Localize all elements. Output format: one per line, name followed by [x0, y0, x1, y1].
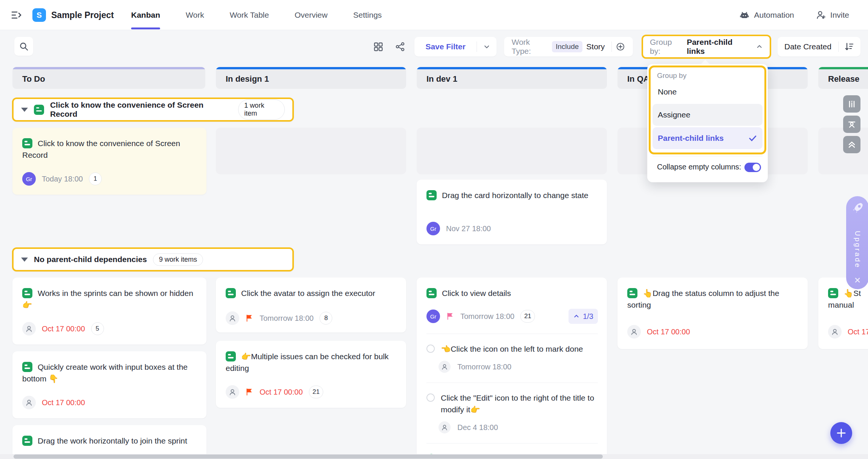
- assignee-placeholder-icon[interactable]: [828, 325, 842, 339]
- priority-flag-icon: [245, 314, 254, 322]
- tab-work-table[interactable]: Work Table: [230, 0, 269, 30]
- tab-overview[interactable]: Overview: [295, 0, 328, 30]
- save-filter-button[interactable]: Save Filter: [414, 37, 497, 56]
- chevron-down-icon: [483, 43, 491, 50]
- upgrade-label: Upgrade: [853, 231, 862, 269]
- nav-tabs: Kanban Work Work Table Overview Settings: [131, 0, 382, 30]
- tab-work[interactable]: Work: [186, 0, 204, 30]
- assignee-placeholder-icon[interactable]: [226, 311, 239, 325]
- group-header-screen-record[interactable]: Click to know the convenience of Screen …: [12, 98, 294, 122]
- chevron-up-icon: [756, 43, 763, 50]
- board-view-icon[interactable]: [373, 41, 384, 52]
- column-header-todo[interactable]: To Do: [12, 67, 205, 89]
- add-filter-icon[interactable]: [616, 41, 625, 52]
- card-meta: Oct 17 00:00 5: [22, 322, 104, 335]
- assignee-placeholder-icon[interactable]: [22, 396, 36, 409]
- card-works-sprints[interactable]: Works in the sprints can be shown or hid…: [12, 278, 206, 345]
- card-meta: Gr Nov 27 18:00: [426, 222, 491, 235]
- figure-icon: [847, 119, 857, 129]
- avatar[interactable]: Gr: [426, 222, 440, 235]
- work-type-label: Work Type:: [512, 38, 548, 56]
- card-drag-status[interactable]: 👆Drag the status column to adjust the so…: [617, 278, 808, 349]
- due-date: Tomorrow 18:00: [260, 314, 313, 323]
- subtask-title: 👈Click the icon on the left to mark done: [441, 343, 583, 355]
- divider: [611, 41, 612, 52]
- search-button[interactable]: [14, 37, 33, 56]
- card-view-details[interactable]: Click to view details Gr Tomorrow 18:00 …: [417, 278, 607, 459]
- group-by-option-parent-child[interactable]: Parent-child links: [653, 127, 763, 149]
- card-drag-horizontally[interactable]: Drag the card horizontally to change sta…: [417, 180, 607, 244]
- card-click-avatar[interactable]: Click the avatar to assign the executor …: [216, 278, 406, 332]
- dropdown-title: Group by: [657, 72, 686, 80]
- collapse-all-button[interactable]: [843, 136, 860, 153]
- collapse-empty-columns-label: Collapse empty columns:: [657, 163, 741, 171]
- sidebar-collapse-icon[interactable]: [11, 9, 23, 21]
- story-icon: [22, 138, 32, 148]
- card-meta: Gr Tomorrow 18:00 21 1/3: [426, 309, 598, 324]
- save-filter-dropdown[interactable]: [477, 43, 497, 50]
- column-name: In QA: [627, 69, 649, 89]
- card-screen-record[interactable]: Click to know the convenience of Screen …: [12, 128, 206, 195]
- collapse-caret-icon[interactable]: [21, 108, 28, 112]
- project-logo[interactable]: S: [32, 8, 46, 22]
- column-settings-button[interactable]: [843, 95, 860, 113]
- option-label: Parent-child links: [658, 134, 724, 143]
- tab-settings[interactable]: Settings: [353, 0, 382, 30]
- story-icon: [22, 436, 32, 446]
- assignee-placeholder-icon[interactable]: [439, 421, 451, 433]
- sort-button[interactable]: Date Created: [778, 37, 860, 56]
- assignee-placeholder-icon[interactable]: [627, 325, 641, 339]
- sort-descending-icon[interactable]: [844, 42, 854, 52]
- group-header-no-dependencies[interactable]: No parent-child dependencies 9 work item…: [12, 247, 294, 271]
- group-by-dropdown: Group by None Assignee Parent-child link…: [647, 64, 768, 182]
- card-title: Click to know the convenience of Screen …: [22, 137, 197, 161]
- column-name: In dev 1: [426, 69, 457, 89]
- assignee-placeholder-icon[interactable]: [22, 322, 36, 335]
- column-header-in-design[interactable]: In design 1: [216, 67, 406, 89]
- column-header-in-dev[interactable]: In dev 1: [417, 67, 607, 89]
- add-work-fab[interactable]: [830, 422, 852, 444]
- automation-label: Automation: [754, 11, 794, 20]
- due-date: Oct 17 00:00: [848, 328, 868, 336]
- automation-button[interactable]: Automation: [739, 10, 794, 20]
- subtask-meta: Dec 4 18:00: [439, 421, 598, 433]
- subtask-progress-toggle[interactable]: 1/3: [568, 309, 598, 324]
- close-icon[interactable]: ✕: [854, 276, 861, 285]
- subtask-row[interactable]: 👈Click the icon on the left to mark done: [426, 343, 598, 355]
- rocket-icon: [850, 201, 865, 216]
- card-title: Click to view details: [426, 287, 598, 299]
- due-date: Oct 17 00:00: [42, 398, 85, 407]
- upgrade-ribbon[interactable]: Upgrade ✕: [846, 196, 868, 289]
- invite-button[interactable]: Invite: [816, 10, 849, 20]
- work-type-value: Story: [586, 42, 605, 51]
- collapse-caret-icon[interactable]: [21, 258, 28, 262]
- hide-completed-button[interactable]: [843, 116, 860, 133]
- collapse-empty-columns-toggle[interactable]: [744, 163, 761, 172]
- card-multiple-issues[interactable]: 👉Multiple issues can be checked for bulk…: [216, 341, 406, 408]
- divider: [838, 41, 839, 52]
- tab-kanban[interactable]: Kanban: [131, 0, 160, 30]
- mark-done-radio[interactable]: [426, 345, 435, 353]
- group-by-option-assignee[interactable]: Assignee: [653, 104, 763, 126]
- card-title: Quickly create work with input boxes at …: [22, 361, 197, 384]
- group-by-option-none[interactable]: None: [653, 84, 763, 100]
- mark-done-radio[interactable]: [426, 393, 435, 402]
- invite-label: Invite: [830, 11, 849, 20]
- kanban-app: S Sample Project Kanban Work Work Table …: [0, 0, 868, 459]
- horizontal-scrollbar-thumb[interactable]: [14, 454, 603, 459]
- avatar[interactable]: Gr: [22, 172, 36, 186]
- count-badge: 5: [91, 322, 104, 335]
- assignee-placeholder-icon[interactable]: [226, 385, 239, 399]
- card-quick-create[interactable]: Quickly create work with input boxes at …: [12, 351, 206, 418]
- column-header-release[interactable]: Release: [818, 67, 868, 89]
- share-icon[interactable]: [395, 41, 405, 52]
- story-icon: [426, 288, 437, 298]
- group-by-button[interactable]: Group by: Parent-child links: [642, 35, 771, 59]
- work-type-filter[interactable]: Work Type: Include Story: [504, 37, 633, 56]
- divider: [426, 443, 598, 444]
- story-icon: [226, 351, 236, 361]
- subtask-row[interactable]: Click the "Edit" icon to the right of th…: [426, 392, 598, 415]
- divider: [653, 156, 763, 156]
- assignee-placeholder-icon[interactable]: [439, 361, 451, 373]
- avatar[interactable]: Gr: [426, 310, 440, 323]
